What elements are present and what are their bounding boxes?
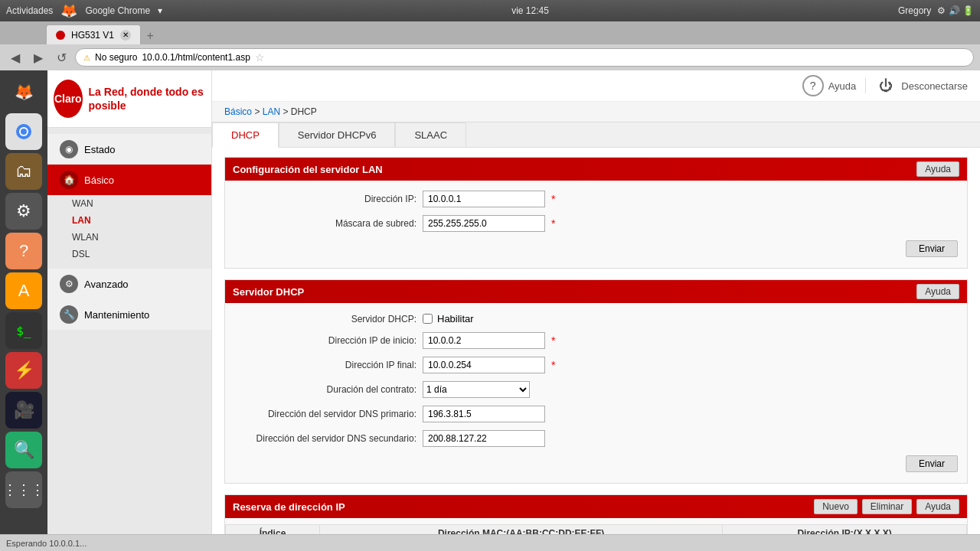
nav-bar: ◀ ▶ ↺ ⚠ No seguro 10.0.0.1/html/content1… [0, 44, 980, 70]
tab-dhcpv6[interactable]: Servidor DHCPv6 [279, 122, 396, 147]
activities-label[interactable]: Actividades [6, 5, 53, 16]
dhcp-server-submit-button[interactable]: Enviar [906, 455, 958, 472]
breadcrumb-basico[interactable]: Básico [224, 106, 252, 117]
browser-footer: Esperando 10.0.0.1... [0, 534, 980, 551]
lease-row: Duración del contrato: 1 día 2 días 7 dí… [225, 377, 967, 402]
refresh-button[interactable]: ↺ [52, 48, 70, 67]
address-text: 10.0.0.1/html/content1.asp [142, 52, 250, 63]
ip-reservation-header: Reserva de dirección IP Nuevo Eliminar A… [225, 495, 967, 518]
dhcp-enable-checkbox[interactable] [423, 314, 433, 324]
ip-address-label: Dirección IP: [233, 194, 416, 204]
bookmark-icon[interactable]: ☆ [255, 51, 265, 64]
tab-title: HG531 V1 [71, 30, 114, 41]
app-icon-files[interactable]: 🗂 [5, 153, 42, 190]
help-icon: ? [802, 75, 824, 96]
ip-start-label: Dirección IP de inicio: [233, 335, 416, 346]
ubuntu-sidebar: 🦊 🗂 ⚙ ? A $_ ⚡ 🎥 🔍 ⋮⋮⋮ [0, 70, 47, 534]
tab-slaac[interactable]: SLAAC [395, 122, 466, 147]
app-icon-power[interactable]: ⚡ [5, 352, 42, 389]
dhcp-server-help-button[interactable]: Ayuda [916, 284, 959, 299]
ip-reservation-section: Reserva de dirección IP Nuevo Eliminar A… [224, 494, 968, 534]
ip-start-input[interactable] [423, 332, 545, 349]
nav-label-estado: Estado [84, 144, 115, 155]
nav-item-dsl[interactable]: DSL [47, 246, 211, 262]
avanzado-icon: ⚙ [60, 275, 78, 293]
app-icon-store[interactable]: A [5, 272, 42, 309]
app-icon-firefox[interactable]: 🦊 [5, 73, 42, 110]
ip-end-row: Dirección IP final: * [225, 353, 967, 377]
address-bar[interactable]: ⚠ No seguro 10.0.0.1/html/content1.asp ☆ [75, 48, 974, 67]
router-tagline: La Red, donde todo es posible [89, 85, 205, 112]
svg-point-2 [21, 129, 27, 135]
nav-item-wan[interactable]: WAN [47, 195, 211, 212]
ip-reservation-body: Índice Dirección MAC:(AA:BB:CC:DD:EE:FF)… [225, 518, 967, 534]
dhcp-server-submit-row: Enviar [225, 451, 967, 477]
app-icon-grid[interactable]: ⋮⋮⋮ [5, 471, 42, 508]
logo-text: Claro [54, 93, 82, 105]
ip-start-row: Dirección IP de inicio: * [225, 328, 967, 353]
table-header-mac: Dirección MAC:(AA:BB:CC:DD:EE:FF) [319, 525, 722, 535]
os-bar-left: Actividades 🦊 Google Chrome ▾ [6, 2, 162, 19]
ip-required-mark: * [551, 193, 555, 205]
os-bar: Actividades 🦊 Google Chrome ▾ vie 12:45 … [0, 0, 980, 21]
divider [865, 78, 866, 93]
app-icon-settings[interactable]: ⚙ [5, 193, 42, 230]
dns-primary-input[interactable] [423, 406, 545, 422]
app-icon-help[interactable]: ? [5, 233, 42, 269]
app-icon-video[interactable]: 🎥 [5, 392, 42, 429]
nav-label-mantenimiento: Mantenimiento [84, 309, 149, 321]
tab-dhcp[interactable]: DHCP [212, 122, 279, 148]
lan-server-header: Configuración del servidor LAN Ayuda [225, 158, 967, 181]
app-icon-terminal[interactable]: $_ [5, 312, 42, 349]
dhcp-enable-label: Habilitar [437, 313, 474, 324]
dns-primary-row: Dirección del servidor DNS primario: [225, 402, 967, 426]
subnet-mask-row: Máscara de subred: * [225, 211, 967, 236]
nav-label-basico: Básico [84, 174, 114, 186]
help-button[interactable]: ? Ayuda [802, 75, 857, 96]
breadcrumb: Básico > LAN > DHCP [212, 102, 980, 122]
status-text: Esperando 10.0.0.1... [6, 539, 87, 548]
basico-icon: 🏠 [60, 171, 78, 189]
nav-label-wlan: WLAN [72, 232, 99, 243]
forward-button[interactable]: ▶ [29, 48, 47, 67]
disconnect-button[interactable]: ⏻ Desconectarse [875, 75, 968, 96]
app-icon-image[interactable]: 🔍 [5, 432, 42, 468]
ip-reservation-help-button[interactable]: Ayuda [916, 499, 959, 514]
ip-end-required: * [551, 359, 555, 371]
nav-item-estado[interactable]: ◉ Estado [47, 134, 211, 165]
nav-item-lan[interactable]: LAN [47, 212, 211, 229]
user-label: Gregory [898, 5, 931, 16]
tab-close-button[interactable]: ✕ [120, 30, 131, 41]
breadcrumb-lan[interactable]: LAN [263, 106, 280, 117]
browser-tab[interactable]: HG531 V1 ✕ [46, 24, 141, 44]
lan-server-submit-button[interactable]: Enviar [906, 240, 958, 257]
ip-reservation-delete-button[interactable]: Eliminar [862, 499, 912, 514]
nav-item-wlan[interactable]: WLAN [47, 229, 211, 246]
ip-address-row: Dirección IP: * [225, 187, 967, 211]
nav-label-dsl: DSL [72, 249, 90, 259]
table-header-index: Índice [226, 525, 320, 535]
back-button[interactable]: ◀ [6, 48, 24, 67]
nav-item-basico[interactable]: 🏠 Básico [47, 165, 211, 195]
app-icon-chrome[interactable] [5, 113, 42, 150]
system-icons: ⚙ 🔊 🔋 [937, 5, 974, 16]
ip-address-input[interactable] [423, 191, 545, 207]
tab-bar: HG531 V1 ✕ + [0, 21, 980, 44]
lan-server-help-button[interactable]: Ayuda [916, 161, 959, 177]
nav-item-avanzado[interactable]: ⚙ Avanzado [47, 269, 211, 299]
subnet-mask-input[interactable] [423, 215, 545, 232]
nav-item-mantenimiento[interactable]: 🔧 Mantenimiento [47, 299, 211, 330]
new-tab-button[interactable]: + [141, 28, 159, 44]
subnet-mask-label: Máscara de subred: [233, 218, 416, 229]
ip-end-input[interactable] [423, 357, 545, 373]
dhcp-server-title: Servidor DHCP [233, 286, 304, 298]
dns-secondary-row: Dirección del servidor DNS secundario: [225, 426, 967, 451]
nav-label-avanzado: Avanzado [84, 279, 129, 290]
lease-select[interactable]: 1 día 2 días 7 días [423, 381, 530, 398]
tab-slaac-label: SLAAC [414, 129, 447, 141]
disconnect-icon: ⏻ [875, 75, 897, 96]
ip-reservation-new-button[interactable]: Nuevo [814, 499, 858, 514]
dns-secondary-input[interactable] [423, 430, 545, 447]
dhcp-enable-row: Servidor DHCP: Habilitar [225, 309, 967, 328]
ip-reservation-title: Reserva de dirección IP [233, 501, 345, 513]
